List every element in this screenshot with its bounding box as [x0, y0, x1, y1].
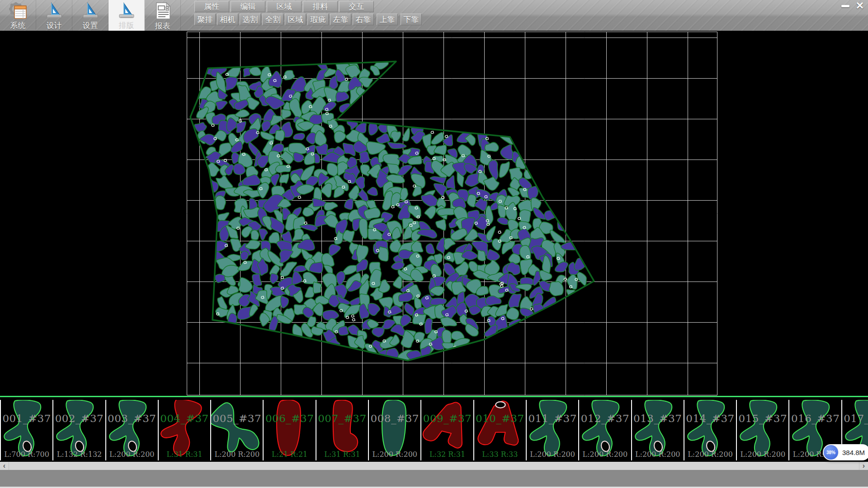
parts-strip: 001_#37L:700 R:700002_#37L:132 R:132003_… [0, 396, 868, 462]
menu-region[interactable]: 区域 [267, 1, 302, 12]
part-name: 004_#37 [159, 413, 210, 424]
parts-thumbnail-list: 001_#37L:700 R:700002_#37L:132 R:132003_… [0, 400, 868, 460]
window-controls: ✕ [838, 0, 867, 11]
part-thumbnail[interactable]: 004_#37L:31 R:31 [159, 400, 211, 460]
part-name: 012_#37 [579, 413, 631, 424]
menu-properties[interactable]: 属性 [194, 1, 229, 12]
memory-percent-indicator: 38% [823, 445, 839, 460]
part-thumbnail[interactable]: 003_#37L:200 R:200 [106, 400, 159, 460]
part-name: 010_#37 [474, 413, 526, 424]
tool-align-right[interactable]: 右靠 [353, 14, 374, 25]
part-usage-label: L:200 R:200 [106, 450, 158, 459]
part-usage-label: L:200 R:200 [632, 450, 684, 459]
tab-design-label: 设计 [47, 20, 62, 31]
tool-camera[interactable]: 相机 [217, 14, 238, 25]
tool-align-bottom[interactable]: 下靠 [401, 14, 422, 25]
triangle-ruler-icon [44, 1, 64, 20]
part-thumbnail[interactable]: 001_#37L:700 R:700 [1, 400, 53, 460]
part-name: 014_#37 [684, 413, 736, 424]
close-button[interactable]: ✕ [853, 0, 867, 11]
part-name: 009_#37 [421, 413, 473, 424]
minimize-icon [841, 5, 849, 7]
part-usage-label: L:31 R:31 [159, 450, 210, 459]
nesting-app-window: 系统 设计 [0, 0, 868, 488]
part-thumbnail[interactable]: 012_#37L:200 R:200 [579, 400, 632, 460]
part-thumbnail[interactable]: 007_#37L:31 R:31 [316, 400, 369, 460]
tab-design[interactable]: 设计 [36, 0, 72, 31]
part-thumbnail[interactable]: 002_#37L:132 R:132 [53, 400, 106, 460]
top-toolbar: 系统 设计 [0, 0, 868, 31]
tab-report[interactable]: 报表 [145, 0, 181, 31]
bottom-status-area [0, 470, 868, 488]
part-name: 007_#37 [316, 413, 368, 424]
part-usage-label: L:32 R:31 [421, 450, 473, 459]
part-usage-label: L:200 R:200 [737, 450, 788, 459]
part-usage-label: L:21 R:21 [264, 450, 315, 459]
menu-tab-row: 属性 编辑 区域 排料 交互 [194, 1, 423, 12]
part-name: 016_#37 [789, 413, 841, 424]
tab-system[interactable]: 系统 [0, 0, 36, 31]
report-document-icon [153, 1, 173, 20]
part-name: 006_#37 [264, 413, 315, 424]
part-name: 005_#37 [211, 413, 263, 424]
tool-align-left[interactable]: 左靠 [330, 14, 351, 25]
part-usage-label: L:200 R:200 [684, 450, 736, 459]
tab-report-label: 报表 [155, 21, 170, 31]
part-thumbnail[interactable]: 014_#37L:200 R:200 [684, 400, 737, 460]
tool-align-top[interactable]: 上靠 [377, 14, 398, 25]
scroll-right-icon: › [863, 462, 865, 470]
parts-scrollbar[interactable]: ‹ › [0, 462, 868, 470]
part-name: 003_#37 [106, 413, 158, 424]
memory-amount-label: 384.8M [842, 449, 865, 456]
menu-interact[interactable]: 交互 [339, 1, 374, 12]
tool-defect[interactable]: 瑕疵 [307, 14, 329, 25]
scroll-left-icon: ‹ [3, 462, 5, 470]
tool-cluster-nest[interactable]: 聚排 [194, 14, 216, 25]
scroll-right-button[interactable]: › [859, 462, 868, 470]
part-thumbnail[interactable]: 011_#37L:200 R:200 [527, 400, 579, 460]
system-gear-icon [8, 1, 28, 20]
minimize-button[interactable] [838, 0, 853, 11]
tab-settings[interactable]: 设置 [72, 0, 108, 31]
part-name: 011_#37 [527, 413, 578, 424]
part-thumbnail[interactable]: 010_#37L:33 R:33 [474, 400, 527, 460]
part-thumbnail[interactable]: 005_#37L:200 R:200 [211, 400, 264, 460]
menu-edit[interactable]: 编辑 [231, 1, 265, 12]
tool-button-row: 聚排 相机 选割 全割 区域 瑕疵 左靠 右靠 上靠 下靠 [194, 14, 423, 25]
part-usage-label: L:132 R:132 [53, 450, 105, 459]
part-name: 001_#37 [1, 413, 52, 424]
part-usage-label: L:200 R:200 [211, 450, 263, 459]
tab-system-label: 系统 [10, 20, 26, 31]
part-thumbnail[interactable]: 013_#37L:200 R:200 [632, 400, 684, 460]
menu-nesting[interactable]: 排料 [303, 1, 338, 12]
part-thumbnail[interactable]: 009_#37L:32 R:31 [421, 400, 474, 460]
part-thumbnail[interactable]: 008_#37L:200 R:200 [369, 400, 421, 460]
part-usage-label: L:200 R:200 [527, 450, 578, 459]
part-name: 015_#37 [737, 413, 788, 424]
memory-percent-label: 38% [826, 450, 835, 455]
part-thumbnail[interactable]: 006_#37L:21 R:21 [264, 400, 316, 460]
part-thumbnail[interactable]: 015_#37L:200 R:200 [737, 400, 789, 460]
nesting-canvas[interactable] [0, 31, 868, 396]
triangle-ruler-icon [80, 1, 100, 20]
part-name: 008_#37 [369, 413, 420, 424]
tool-cut-all[interactable]: 全割 [262, 14, 283, 25]
tab-nesting-label: 排版 [119, 20, 134, 31]
tool-select-cut[interactable]: 选割 [240, 14, 261, 25]
close-icon: ✕ [856, 1, 864, 11]
tool-region[interactable]: 区域 [285, 14, 306, 25]
part-name: 013_#37 [632, 413, 684, 424]
part-name: 002_#37 [53, 413, 105, 424]
triangle-ruler-icon [117, 1, 137, 20]
part-usage-label: L:33 R:33 [474, 450, 526, 459]
tab-settings-label: 设置 [83, 20, 98, 31]
tab-nesting-selected[interactable]: 排版 [108, 0, 145, 31]
memory-usage-badge: 38% 384.8M [823, 444, 868, 460]
part-usage-label: L:200 R:200 [579, 450, 631, 459]
main-tab-bar: 系统 设计 [0, 0, 181, 31]
part-usage-label: L:200 R:200 [369, 450, 420, 459]
part-name: 017_#37 [842, 413, 868, 424]
part-usage-label: L:700 R:700 [1, 450, 52, 459]
ribbon-menus: 属性 编辑 区域 排料 交互 聚排 相机 选割 全割 区域 瑕疵 左靠 右靠 上… [194, 0, 423, 25]
scroll-left-button[interactable]: ‹ [0, 462, 9, 470]
